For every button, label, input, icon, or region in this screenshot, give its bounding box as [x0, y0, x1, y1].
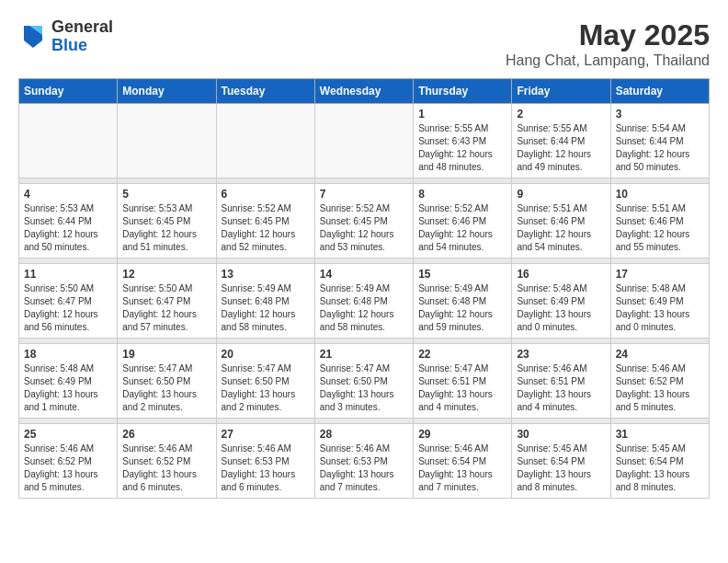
day-number: 3 — [616, 108, 704, 121]
day-detail: Sunrise: 5:51 AM Sunset: 6:46 PM Dayligh… — [517, 203, 591, 252]
day-cell: 1Sunrise: 5:55 AM Sunset: 6:43 PM Daylig… — [414, 104, 512, 178]
day-cell: 4Sunrise: 5:53 AM Sunset: 6:44 PM Daylig… — [19, 184, 118, 259]
logo-blue-text: Blue — [51, 37, 113, 55]
day-number: 26 — [122, 428, 210, 441]
day-detail: Sunrise: 5:55 AM Sunset: 6:43 PM Dayligh… — [418, 123, 493, 172]
day-detail: Sunrise: 5:46 AM Sunset: 6:53 PM Dayligh… — [320, 443, 394, 492]
day-cell: 11Sunrise: 5:50 AM Sunset: 6:47 PM Dayli… — [19, 264, 118, 339]
col-wednesday: Wednesday — [314, 79, 413, 104]
day-number: 28 — [320, 428, 408, 441]
day-number: 15 — [418, 268, 506, 281]
day-detail: Sunrise: 5:46 AM Sunset: 6:53 PM Dayligh… — [222, 443, 296, 492]
day-detail: Sunrise: 5:48 AM Sunset: 6:49 PM Dayligh… — [517, 283, 591, 332]
day-detail: Sunrise: 5:45 AM Sunset: 6:54 PM Dayligh… — [616, 443, 690, 492]
logo: General Blue — [18, 18, 113, 55]
day-number: 22 — [418, 348, 506, 361]
day-detail: Sunrise: 5:49 AM Sunset: 6:48 PM Dayligh… — [320, 283, 394, 332]
day-number: 6 — [222, 188, 310, 201]
day-number: 30 — [517, 428, 605, 441]
day-number: 11 — [24, 268, 112, 281]
day-cell: 19Sunrise: 5:47 AM Sunset: 6:50 PM Dayli… — [118, 344, 216, 419]
day-cell: 22Sunrise: 5:47 AM Sunset: 6:51 PM Dayli… — [414, 344, 512, 419]
day-number: 23 — [517, 348, 605, 361]
day-detail: Sunrise: 5:55 AM Sunset: 6:44 PM Dayligh… — [517, 123, 591, 172]
day-number: 10 — [616, 188, 704, 201]
day-cell: 20Sunrise: 5:47 AM Sunset: 6:50 PM Dayli… — [216, 344, 314, 419]
day-detail: Sunrise: 5:47 AM Sunset: 6:50 PM Dayligh… — [122, 363, 197, 412]
day-cell: 30Sunrise: 5:45 AM Sunset: 6:54 PM Dayli… — [512, 424, 610, 499]
day-cell: 29Sunrise: 5:46 AM Sunset: 6:54 PM Dayli… — [414, 424, 512, 499]
day-number: 14 — [320, 268, 408, 281]
day-number: 29 — [418, 428, 506, 441]
day-cell: 18Sunrise: 5:48 AM Sunset: 6:49 PM Dayli… — [19, 344, 118, 419]
day-number: 8 — [418, 188, 506, 201]
day-detail: Sunrise: 5:49 AM Sunset: 6:48 PM Dayligh… — [418, 283, 493, 332]
day-detail: Sunrise: 5:46 AM Sunset: 6:52 PM Dayligh… — [616, 363, 690, 412]
day-cell: 5Sunrise: 5:53 AM Sunset: 6:45 PM Daylig… — [118, 184, 216, 259]
day-number: 2 — [517, 108, 605, 121]
day-number: 17 — [616, 268, 704, 281]
day-number: 21 — [320, 348, 408, 361]
day-detail: Sunrise: 5:48 AM Sunset: 6:49 PM Dayligh… — [24, 363, 98, 412]
day-cell: 24Sunrise: 5:46 AM Sunset: 6:52 PM Dayli… — [610, 344, 709, 419]
day-cell: 6Sunrise: 5:52 AM Sunset: 6:45 PM Daylig… — [216, 184, 314, 259]
day-detail: Sunrise: 5:51 AM Sunset: 6:46 PM Dayligh… — [616, 203, 690, 252]
col-monday: Monday — [118, 79, 216, 104]
day-cell: 23Sunrise: 5:46 AM Sunset: 6:51 PM Dayli… — [512, 344, 610, 419]
col-thursday: Thursday — [414, 79, 512, 104]
main-title: May 2025 — [506, 18, 710, 52]
day-number: 20 — [222, 348, 310, 361]
day-detail: Sunrise: 5:46 AM Sunset: 6:52 PM Dayligh… — [24, 443, 98, 492]
day-detail: Sunrise: 5:46 AM Sunset: 6:51 PM Dayligh… — [517, 363, 591, 412]
day-detail: Sunrise: 5:50 AM Sunset: 6:47 PM Dayligh… — [122, 283, 197, 332]
day-number: 12 — [122, 268, 210, 281]
day-cell: 2Sunrise: 5:55 AM Sunset: 6:44 PM Daylig… — [512, 104, 610, 178]
page: General Blue May 2025 Hang Chat, Lampang… — [0, 0, 728, 508]
day-number: 13 — [222, 268, 310, 281]
col-saturday: Saturday — [610, 79, 709, 104]
day-number: 1 — [418, 108, 506, 121]
day-cell — [314, 104, 413, 178]
day-detail: Sunrise: 5:46 AM Sunset: 6:54 PM Dayligh… — [418, 443, 493, 492]
logo-general-text: General — [51, 18, 113, 37]
day-number: 25 — [24, 428, 112, 441]
day-cell: 26Sunrise: 5:46 AM Sunset: 6:52 PM Dayli… — [118, 424, 216, 499]
day-cell: 10Sunrise: 5:51 AM Sunset: 6:46 PM Dayli… — [610, 184, 709, 259]
day-number: 5 — [122, 188, 210, 201]
day-cell: 8Sunrise: 5:52 AM Sunset: 6:46 PM Daylig… — [414, 184, 512, 259]
header: General Blue May 2025 Hang Chat, Lampang… — [18, 18, 710, 69]
day-cell — [216, 104, 314, 178]
day-number: 19 — [122, 348, 210, 361]
col-tuesday: Tuesday — [216, 79, 314, 104]
day-cell: 27Sunrise: 5:46 AM Sunset: 6:53 PM Dayli… — [216, 424, 314, 499]
day-detail: Sunrise: 5:47 AM Sunset: 6:50 PM Dayligh… — [320, 363, 394, 412]
day-number: 27 — [222, 428, 310, 441]
week-row-1: 1Sunrise: 5:55 AM Sunset: 6:43 PM Daylig… — [19, 104, 710, 178]
day-number: 9 — [517, 188, 605, 201]
day-detail: Sunrise: 5:53 AM Sunset: 6:44 PM Dayligh… — [24, 203, 98, 252]
day-number: 31 — [616, 428, 704, 441]
header-row: Sunday Monday Tuesday Wednesday Thursday… — [19, 79, 710, 104]
day-detail: Sunrise: 5:48 AM Sunset: 6:49 PM Dayligh… — [616, 283, 690, 332]
day-cell: 12Sunrise: 5:50 AM Sunset: 6:47 PM Dayli… — [118, 264, 216, 339]
day-cell: 25Sunrise: 5:46 AM Sunset: 6:52 PM Dayli… — [19, 424, 118, 499]
day-detail: Sunrise: 5:47 AM Sunset: 6:51 PM Dayligh… — [418, 363, 493, 412]
day-detail: Sunrise: 5:54 AM Sunset: 6:44 PM Dayligh… — [616, 123, 690, 172]
calendar-table: Sunday Monday Tuesday Wednesday Thursday… — [18, 78, 710, 499]
day-cell: 9Sunrise: 5:51 AM Sunset: 6:46 PM Daylig… — [512, 184, 610, 259]
day-cell: 7Sunrise: 5:52 AM Sunset: 6:45 PM Daylig… — [314, 184, 413, 259]
day-detail: Sunrise: 5:52 AM Sunset: 6:46 PM Dayligh… — [418, 203, 493, 252]
col-friday: Friday — [512, 79, 610, 104]
day-number: 7 — [320, 188, 408, 201]
day-cell: 14Sunrise: 5:49 AM Sunset: 6:48 PM Dayli… — [314, 264, 413, 339]
day-cell: 3Sunrise: 5:54 AM Sunset: 6:44 PM Daylig… — [610, 104, 709, 178]
day-cell: 15Sunrise: 5:49 AM Sunset: 6:48 PM Dayli… — [414, 264, 512, 339]
day-number: 4 — [24, 188, 112, 201]
day-cell: 28Sunrise: 5:46 AM Sunset: 6:53 PM Dayli… — [314, 424, 413, 499]
day-detail: Sunrise: 5:50 AM Sunset: 6:47 PM Dayligh… — [24, 283, 98, 332]
day-detail: Sunrise: 5:52 AM Sunset: 6:45 PM Dayligh… — [320, 203, 394, 252]
title-block: May 2025 Hang Chat, Lampang, Thailand — [506, 18, 710, 69]
day-cell: 13Sunrise: 5:49 AM Sunset: 6:48 PM Dayli… — [216, 264, 314, 339]
day-number: 16 — [517, 268, 605, 281]
day-number: 24 — [616, 348, 704, 361]
